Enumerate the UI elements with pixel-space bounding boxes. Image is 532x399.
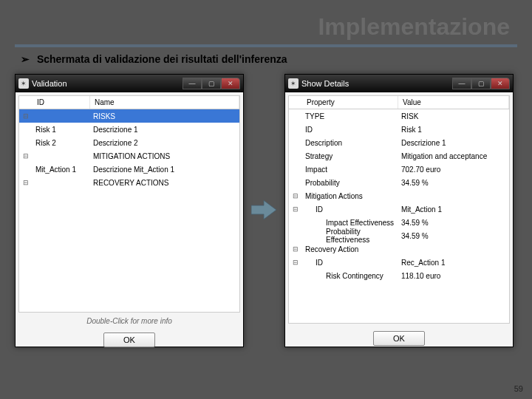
validation-window: ✶ Validation — ▢ ✕ ID Name ⊟RISKSRisk 1D… bbox=[15, 74, 244, 347]
titlebar[interactable]: ✶ Show Details — ▢ ✕ bbox=[285, 75, 513, 92]
expander-icon[interactable]: ⊟ bbox=[19, 179, 33, 186]
grid-header: ID Name bbox=[18, 95, 240, 109]
expander-icon[interactable]: ⊟ bbox=[289, 245, 302, 253]
cell-value: Mit_Action 1 bbox=[398, 205, 509, 214]
table-row[interactable]: Mit_Action 1Descrizione Mit_Action 1 bbox=[19, 163, 239, 176]
table-row[interactable]: TYPERISK bbox=[289, 109, 509, 123]
close-button[interactable]: ✕ bbox=[221, 78, 240, 89]
column-value[interactable]: Value bbox=[398, 96, 509, 109]
close-button[interactable]: ✕ bbox=[491, 78, 510, 89]
minimize-button[interactable]: — bbox=[183, 78, 202, 89]
column-id[interactable]: ID bbox=[33, 96, 90, 109]
hint-text: Double-Click for more info bbox=[18, 317, 240, 325]
grid-body[interactable]: TYPERISKIDRisk 1DescriptionDescrizione 1… bbox=[288, 109, 510, 324]
cell-property: Impact bbox=[302, 166, 398, 174]
slide-title: Implementazione bbox=[318, 13, 510, 41]
app-icon: ✶ bbox=[288, 78, 299, 89]
maximize-button[interactable]: ▢ bbox=[471, 78, 491, 89]
svg-marker-0 bbox=[251, 200, 276, 219]
grid-body[interactable]: ⊟RISKSRisk 1Descrizione 1Risk 2Descrizio… bbox=[18, 109, 240, 313]
cell-name: Descrizione 1 bbox=[90, 126, 239, 134]
cell-property: Probability bbox=[302, 179, 398, 187]
details-window: ✶ Show Details — ▢ ✕ Property Value TYPE… bbox=[284, 74, 514, 347]
maximize-button[interactable]: ▢ bbox=[202, 78, 221, 89]
grid-header: Property Value bbox=[288, 95, 510, 109]
window-title: Validation bbox=[32, 79, 67, 88]
ok-button[interactable]: OK bbox=[103, 332, 155, 347]
table-row[interactable]: IDRisk 1 bbox=[289, 123, 509, 136]
table-row[interactable]: ⊟Recovery Action bbox=[289, 242, 509, 256]
cell-id: Risk 2 bbox=[33, 139, 90, 147]
table-row[interactable]: Probability34.59 % bbox=[289, 176, 509, 189]
cell-property: Description bbox=[302, 139, 398, 147]
cell-value: Descrizione 1 bbox=[398, 139, 509, 147]
table-row[interactable]: ⊟RECOVERY ACTIONS bbox=[19, 176, 239, 189]
cell-property: Recovery Action bbox=[302, 245, 398, 253]
cell-property: Strategy bbox=[302, 152, 398, 160]
window-title: Show Details bbox=[301, 79, 349, 88]
arrow-icon bbox=[251, 200, 276, 220]
titlebar[interactable]: ✶ Validation — ▢ ✕ bbox=[16, 75, 243, 92]
cell-value: Rec_Action 1 bbox=[398, 259, 509, 267]
table-row[interactable]: Impact702.70 euro bbox=[289, 163, 509, 176]
table-row[interactable]: DescriptionDescrizione 1 bbox=[289, 136, 509, 149]
cell-name: Descrizione 2 bbox=[90, 139, 239, 147]
cell-value: Risk 1 bbox=[398, 126, 509, 134]
cell-id: Risk 1 bbox=[33, 126, 90, 134]
cell-property: TYPE bbox=[302, 112, 398, 120]
page-number: 59 bbox=[514, 384, 523, 393]
table-row[interactable]: Risk 1Descrizione 1 bbox=[19, 123, 239, 136]
table-row[interactable]: ⊟MITIGATION ACTIONS bbox=[19, 149, 239, 163]
cell-value: 34.59 % bbox=[398, 232, 509, 240]
table-row[interactable]: ⊟IDMit_Action 1 bbox=[289, 202, 509, 216]
app-icon: ✶ bbox=[18, 78, 29, 89]
expander-icon[interactable]: ⊟ bbox=[289, 192, 302, 200]
cell-property: Risk Contingency bbox=[302, 272, 398, 280]
minimize-button[interactable]: — bbox=[452, 78, 471, 89]
cell-property: Mitigation Actions bbox=[302, 192, 398, 200]
cell-property: Probability Effectiveness bbox=[302, 228, 398, 244]
cell-id: Mit_Action 1 bbox=[33, 166, 90, 174]
cell-value: 34.59 % bbox=[398, 179, 509, 187]
caption-text: Schermata di validazione dei risultati d… bbox=[37, 53, 287, 65]
cell-name: RISKS bbox=[90, 112, 239, 120]
slide-caption: ➢ Schermata di validazione dei risultati… bbox=[21, 53, 287, 65]
title-underline bbox=[15, 44, 517, 47]
column-property[interactable]: Property bbox=[302, 96, 398, 109]
expander-icon[interactable]: ⊟ bbox=[19, 112, 33, 120]
table-row[interactable]: Risk 2Descrizione 2 bbox=[19, 136, 239, 149]
cell-name: MITIGATION ACTIONS bbox=[90, 152, 239, 160]
table-row[interactable]: StrategyMitigation and acceptance bbox=[289, 149, 509, 163]
ok-button[interactable]: OK bbox=[373, 331, 425, 346]
cell-property: ID bbox=[302, 259, 398, 267]
table-row[interactable]: ⊟IDRec_Action 1 bbox=[289, 256, 509, 269]
cell-name: RECOVERY ACTIONS bbox=[90, 179, 239, 187]
column-name[interactable]: Name bbox=[90, 96, 239, 109]
cell-property: Impact Effectiveness bbox=[302, 219, 398, 227]
cell-value: 34.59 % bbox=[398, 219, 509, 227]
expander-icon[interactable]: ⊟ bbox=[289, 259, 302, 266]
cell-property: ID bbox=[302, 205, 398, 214]
cell-value: 118.10 euro bbox=[398, 272, 509, 280]
table-row[interactable]: ⊟RISKS bbox=[19, 109, 239, 123]
table-row[interactable]: Risk Contingency118.10 euro bbox=[289, 269, 509, 282]
cell-property: ID bbox=[302, 126, 398, 134]
cell-name: Descrizione Mit_Action 1 bbox=[90, 166, 239, 174]
expander-icon[interactable]: ⊟ bbox=[289, 205, 302, 213]
cell-value: Mitigation and acceptance bbox=[398, 152, 509, 160]
expander-icon[interactable]: ⊟ bbox=[19, 152, 33, 160]
bullet-icon: ➢ bbox=[21, 53, 30, 65]
table-row[interactable]: ⊟Mitigation Actions bbox=[289, 189, 509, 202]
cell-value: RISK bbox=[398, 112, 509, 120]
table-row[interactable]: Probability Effectiveness34.59 % bbox=[289, 229, 509, 242]
cell-value: 702.70 euro bbox=[398, 166, 509, 174]
